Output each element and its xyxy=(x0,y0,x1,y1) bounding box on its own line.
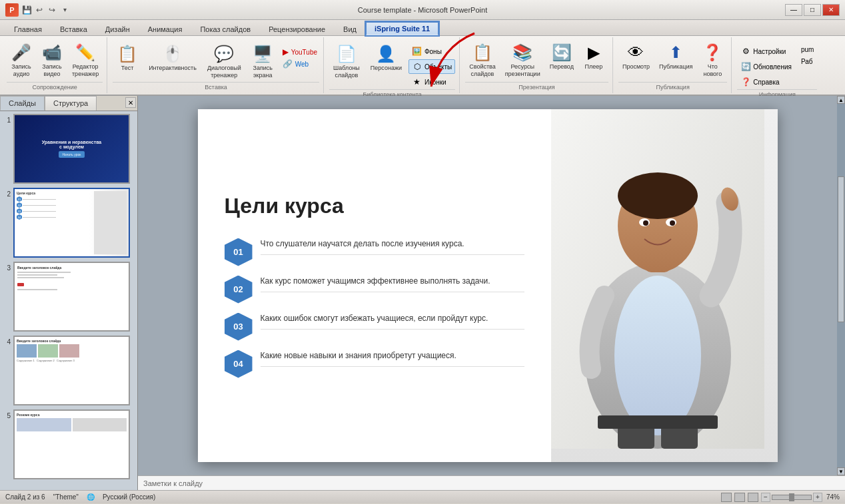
slide-panel: Слайды Структура ✕ 1 Уравнения и неравен… xyxy=(0,96,138,490)
icons-button[interactable]: ★ Иконки xyxy=(409,75,455,89)
resources-button[interactable]: 📚 Ресурсыпрезентации xyxy=(501,40,544,82)
translate-icon: 🔄 xyxy=(552,43,572,62)
record-audio-button[interactable]: 🎤 Записьаудио xyxy=(7,40,36,82)
close-panel-button[interactable]: ✕ xyxy=(125,97,136,108)
status-left: Слайд 2 из 6 "Theme" 🌐 Русский (Россия) xyxy=(5,493,155,501)
save-icon[interactable]: 💾 xyxy=(21,5,32,15)
whats-new-button[interactable]: ❓ Чтонового xyxy=(698,40,727,82)
normal-view-button[interactable] xyxy=(721,493,732,502)
tab-design[interactable]: Дизайн xyxy=(97,23,139,35)
undo-icon[interactable]: ↩ xyxy=(34,5,45,15)
slide-thumb-3[interactable]: 3 Введите заголовок слайда xyxy=(3,262,135,332)
editor-button[interactable]: ✏️ Редактортренажер xyxy=(68,40,103,82)
notes-placeholder: Заметки к слайду xyxy=(143,479,203,487)
slide-templates-button[interactable]: 📄 Шаблоныслайдов xyxy=(329,41,364,82)
dialog-trainer-button[interactable]: 💬 Диалоговыйтренажер xyxy=(203,41,245,82)
player-icon: ▶ xyxy=(588,43,600,62)
scrollbar-thumb[interactable] xyxy=(838,176,844,322)
tab-slides[interactable]: Слайды xyxy=(0,96,45,111)
slide-thumb-1[interactable]: 1 Уравнения и неравенствас модулем Начат… xyxy=(3,114,135,184)
slide-title: Цели курса xyxy=(225,194,524,218)
reading-view-button[interactable] xyxy=(748,493,758,502)
zoom-in-button[interactable]: + xyxy=(813,493,822,502)
video-icon: 📹 xyxy=(42,43,62,62)
objects-button[interactable]: ⬡ Объекты xyxy=(409,59,455,74)
slide5-col2 xyxy=(73,418,127,431)
slide3-title: Введите заголовок слайда xyxy=(17,266,126,270)
translate-button[interactable]: 🔄 Перевод xyxy=(546,40,578,82)
templates-icon: 📄 xyxy=(337,45,357,63)
goal-text-4: Какие новые навыки и знания приобретут у… xyxy=(261,350,524,362)
player-button[interactable]: ▶ Плеер xyxy=(579,40,608,82)
qa-more-icon[interactable]: ▾ xyxy=(59,5,70,15)
title-bar: P 💾 ↩ ↪ ▾ Course template - Microsoft Po… xyxy=(0,0,845,20)
pum-button[interactable]: pum xyxy=(798,44,817,55)
tab-slideshow[interactable]: Показ слайдов xyxy=(191,23,259,35)
tab-view[interactable]: Вид xyxy=(335,23,365,35)
slide4-img3 xyxy=(59,344,79,358)
tab-ispring[interactable]: iSpring Suite 11 xyxy=(366,22,438,35)
help-button[interactable]: ❓ Справка xyxy=(737,75,795,89)
ribbon-group-presentation: 📋 Свойстваслайдов 📚 Ресурсыпрезентации 🔄… xyxy=(461,37,613,93)
resources-icon: 📚 xyxy=(512,43,532,62)
slide2-item4: 04 xyxy=(17,214,93,220)
tab-structure[interactable]: Структура xyxy=(45,96,97,111)
test-button[interactable]: 📋 Тест xyxy=(113,41,142,75)
record-video-button[interactable]: 📹 Записьвидео xyxy=(37,40,67,82)
preview-button[interactable]: 👁 Просмотр xyxy=(618,40,654,82)
tab-home[interactable]: Главная xyxy=(5,23,51,35)
properties-icon: 📋 xyxy=(472,43,492,62)
microphone-icon: 🎤 xyxy=(11,43,31,62)
objects-label: Объекты xyxy=(424,63,452,71)
updates-button[interactable]: 🔄 Обновления xyxy=(737,59,795,74)
youtube-button[interactable]: ▶ YouTube xyxy=(281,47,319,57)
slide-num-1: 1 xyxy=(3,117,11,124)
slide-image-1: Уравнения и неравенствас модулем Начать … xyxy=(13,114,130,184)
slide2-item2: 02 xyxy=(17,202,93,208)
quick-access-toolbar: 💾 ↩ ↪ ▾ xyxy=(21,5,70,15)
status-bar: Слайд 2 из 6 "Theme" 🌐 Русский (Россия) … xyxy=(0,490,845,503)
zoom-slider[interactable] xyxy=(772,495,812,500)
settings-button[interactable]: ⚙ Настройки xyxy=(737,44,795,59)
slide5-content xyxy=(17,418,127,431)
tab-insert[interactable]: Вставка xyxy=(51,23,96,35)
scroll-up-button[interactable]: ▲ xyxy=(837,96,845,104)
record-screen-button[interactable]: 🖥️ Записьэкрана xyxy=(248,41,278,82)
maximize-button[interactable]: □ xyxy=(804,4,821,16)
slide-right xyxy=(551,109,778,462)
zoom-out-button[interactable]: − xyxy=(761,493,770,502)
slide-canvas[interactable]: Цели курса 01 Что слушатели научатся дел… xyxy=(198,109,778,462)
insert-label: Вставка xyxy=(113,82,319,92)
publish-button[interactable]: ⬆ Публикация xyxy=(655,40,696,82)
notes-area[interactable]: Заметки к слайду xyxy=(138,475,845,490)
slide-thumb-5[interactable]: 5 Резюме курса xyxy=(3,409,135,479)
web-button[interactable]: 🔗 Web xyxy=(281,59,319,69)
minimize-button[interactable]: — xyxy=(785,4,802,16)
svg-point-9 xyxy=(643,220,648,226)
slide2-item3: 03 xyxy=(17,208,93,214)
tab-animation[interactable]: Анимация xyxy=(139,23,191,35)
slide-thumb-2[interactable]: 2 Цели курса 01 02 03 xyxy=(3,188,135,258)
right-scrollbar[interactable]: ▲ ▼ xyxy=(837,96,845,475)
slide-thumb-4[interactable]: 4 Введите заголовок слайда Содержание 1 … xyxy=(3,336,135,405)
redo-icon[interactable]: ↪ xyxy=(47,5,57,15)
interactivity-button[interactable]: 🖱️ Интерактивность xyxy=(145,41,201,75)
slide-left: Цели курса 01 Что слушатели научатся дел… xyxy=(198,109,551,462)
slide5-col1 xyxy=(17,418,71,431)
slide-sorter-button[interactable] xyxy=(734,493,745,502)
work-label: Раб xyxy=(801,58,813,65)
slide4-img2 xyxy=(38,344,58,358)
zoom-level: 74% xyxy=(826,493,840,501)
slide3-content xyxy=(17,272,126,278)
goal-item-4: 04 Какие новые навыки и знания приобрету… xyxy=(225,350,524,378)
backgrounds-button[interactable]: 🖼️ Фоны xyxy=(409,44,455,59)
ribbon-group-accompaniment: 🎤 Записьаудио 📹 Записьвидео ✏️ Редакторт… xyxy=(3,37,107,93)
scroll-down-button[interactable]: ▼ xyxy=(837,467,845,475)
updates-label: Обновления xyxy=(753,63,792,71)
work-button[interactable]: Раб xyxy=(798,56,817,67)
close-button[interactable]: ✕ xyxy=(822,4,840,16)
slide-properties-button[interactable]: 📋 Свойстваслайдов xyxy=(465,40,500,82)
office-logo: P xyxy=(5,3,19,17)
tab-review[interactable]: Рецензирование xyxy=(260,23,334,35)
characters-button[interactable]: 👤 Персонажи xyxy=(367,41,406,75)
